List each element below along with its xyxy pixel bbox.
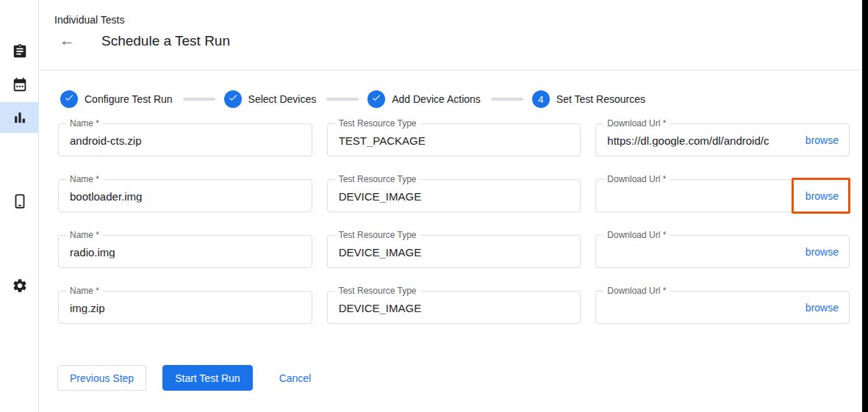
wizard-stepper: Configure Test Run Select Devices Add De…	[60, 90, 645, 108]
download-url-field-row-3[interactable]: Download Url * browse	[595, 235, 850, 268]
name-field-label: Name *	[66, 230, 103, 240]
step-3-label: Add Device Actions	[392, 93, 481, 105]
sidebar-item-test-plans[interactable]	[0, 69, 39, 100]
left-nav-sidebar	[0, 0, 39, 412]
arrow-back-icon[interactable]: ←	[60, 32, 75, 48]
step-connector	[183, 98, 215, 101]
name-field-label: Name *	[66, 118, 103, 129]
name-field-label: Name *	[66, 174, 103, 184]
check-icon	[228, 93, 238, 106]
resource-type-field-row-4[interactable]: Test Resource Type DEVICE_IMAGE	[327, 291, 581, 324]
download-url-field-row-4[interactable]: Download Url * browse	[595, 291, 850, 324]
start-test-run-button[interactable]: Start Test Run	[162, 365, 252, 391]
screen-edge-strip	[862, 0, 868, 412]
step-4-number: 4	[538, 94, 543, 105]
resource-type-field-label: Test Resource Type	[335, 118, 420, 129]
check-icon	[64, 93, 74, 106]
resource-type-field-row-3[interactable]: Test Resource Type DEVICE_IMAGE	[327, 235, 581, 268]
step-3-circle[interactable]	[367, 90, 385, 108]
browse-link-row-2[interactable]: browse	[806, 190, 839, 202]
resource-type-field-row-1[interactable]: Test Resource Type TEST_PACKAGE	[327, 123, 581, 156]
smartphone-icon	[12, 193, 28, 209]
browse-link-row-3[interactable]: browse	[806, 246, 839, 258]
download-url-field-label: Download Url *	[603, 286, 670, 296]
clipboard-icon	[12, 43, 28, 59]
resource-type-field-value: DEVICE_IMAGE	[339, 301, 422, 314]
resource-type-field-label: Test Resource Type	[335, 230, 420, 240]
resource-type-field-label: Test Resource Type	[335, 286, 420, 296]
name-field-value: radio.img	[70, 245, 115, 258]
name-field-label: Name *	[66, 286, 103, 296]
step-connector	[326, 98, 359, 101]
test-resources-form: Name * android-cts.zip Test Resource Typ…	[58, 123, 850, 324]
resource-type-field-label: Test Resource Type	[335, 174, 420, 184]
name-field-row-4[interactable]: Name * img.zip	[58, 291, 312, 324]
bar-chart-icon	[12, 109, 28, 126]
schedule-test-run-page: Individual Tests ← Schedule a Test Run C…	[0, 0, 868, 412]
sidebar-item-tests[interactable]	[0, 36, 39, 67]
name-field-row-1[interactable]: Name * android-cts.zip	[58, 123, 312, 156]
sidebar-item-settings[interactable]	[0, 270, 39, 301]
resource-type-field-value: DEVICE_IMAGE	[339, 245, 422, 258]
step-connector	[491, 98, 523, 101]
browse-link-row-1[interactable]: browse	[806, 134, 839, 146]
resource-type-field-row-2[interactable]: Test Resource Type DEVICE_IMAGE	[327, 179, 581, 212]
step-4-circle[interactable]: 4	[532, 90, 550, 108]
name-field-value: bootloader.img	[70, 189, 142, 202]
breadcrumb: Individual Tests	[54, 14, 124, 26]
footer-actions: Previous Step Start Test Run Cancel	[57, 365, 323, 391]
sidebar-item-test-results[interactable]	[0, 102, 39, 133]
calendar-icon	[12, 76, 28, 93]
sidebar-item-devices[interactable]	[0, 186, 39, 217]
download-url-field-label: Download Url *	[603, 118, 670, 129]
step-4-label: Set Test Resources	[556, 93, 645, 105]
cancel-button[interactable]: Cancel	[268, 365, 323, 391]
name-field-row-3[interactable]: Name * radio.img	[58, 235, 312, 268]
step-2-circle[interactable]	[224, 90, 242, 108]
download-url-field-row-2[interactable]: Download Url * browse	[595, 179, 850, 212]
step-1-circle[interactable]	[60, 90, 78, 108]
name-field-value: img.zip	[70, 301, 105, 314]
gear-icon	[12, 278, 28, 294]
check-icon	[371, 93, 381, 106]
browse-link-row-4[interactable]: browse	[806, 302, 839, 314]
page-title: Schedule a Test Run	[101, 33, 230, 49]
download-url-field-label: Download Url *	[603, 174, 670, 184]
name-field-value: android-cts.zip	[70, 134, 142, 146]
name-field-row-2[interactable]: Name * bootloader.img	[58, 179, 312, 212]
download-url-field-row-1[interactable]: Download Url * https://dl.google.com/dl/…	[595, 123, 850, 156]
download-url-field-value: https://dl.google.com/dl/android/c	[607, 134, 769, 146]
resource-type-field-value: TEST_PACKAGE	[339, 134, 426, 146]
header-divider	[40, 70, 862, 71]
step-2-label: Select Devices	[248, 93, 317, 105]
step-1-label: Configure Test Run	[85, 93, 173, 105]
resource-type-field-value: DEVICE_IMAGE	[339, 189, 422, 202]
previous-step-button[interactable]: Previous Step	[57, 365, 146, 391]
main-content: Individual Tests ← Schedule a Test Run C…	[40, 0, 862, 412]
download-url-field-label: Download Url *	[603, 230, 670, 240]
